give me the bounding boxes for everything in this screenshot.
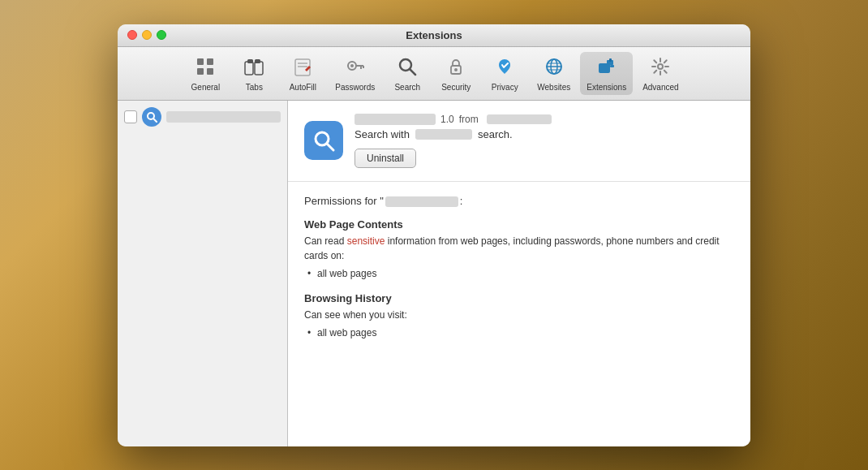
perm-browsing-item: all web pages <box>304 327 734 338</box>
autofill-icon <box>291 55 314 81</box>
extension-icon <box>304 121 343 160</box>
svg-rect-4 <box>245 62 253 75</box>
sidebar-extension-item[interactable] <box>124 107 281 127</box>
perm-browsing-desc: Can see when you visit: <box>304 308 734 322</box>
extension-from-bar <box>487 114 552 124</box>
toolbar-tabs[interactable]: Tabs <box>231 52 277 95</box>
svg-rect-0 <box>197 58 204 65</box>
privacy-label: Privacy <box>492 83 518 92</box>
toolbar-search[interactable]: Search <box>385 52 430 95</box>
websites-icon <box>543 55 565 81</box>
tabs-icon <box>243 55 265 81</box>
extensions-label: Extensions <box>587 83 626 92</box>
perm-desc-start: Can read <box>304 235 347 247</box>
advanced-label: Advanced <box>642 83 678 92</box>
minimize-button[interactable] <box>142 30 152 40</box>
search-suffix: search. <box>478 128 513 140</box>
perm-group-browsing-history: Browsing History Can see when you visit:… <box>304 292 734 338</box>
extension-header: 1.0 from Search with search. Uninstall <box>288 101 750 182</box>
privacy-icon <box>493 55 516 81</box>
perm-browsing-title: Browsing History <box>304 292 734 304</box>
svg-point-19 <box>454 68 458 71</box>
toolbar-advanced[interactable]: Advanced <box>636 52 685 95</box>
extension-name-row: 1.0 from <box>355 114 734 125</box>
toolbar-security[interactable]: Security <box>433 52 479 95</box>
extension-info: 1.0 from Search with search. Uninstall <box>355 114 734 168</box>
permissions-title: Permissions for ": <box>304 195 734 207</box>
svg-rect-28 <box>610 65 614 67</box>
svg-point-29 <box>658 64 663 69</box>
main-content: 1.0 from Search with search. Uninstall P… <box>118 101 750 446</box>
toolbar-websites[interactable]: Websites <box>531 52 577 95</box>
tabs-label: Tabs <box>246 83 263 92</box>
extension-search-icon <box>142 107 161 127</box>
svg-line-33 <box>327 144 333 150</box>
security-icon <box>445 55 467 81</box>
svg-point-12 <box>350 64 354 67</box>
svg-rect-27 <box>609 58 612 62</box>
toolbar: General Tabs <box>118 47 750 101</box>
toolbar-extensions[interactable]: Extensions <box>580 52 633 95</box>
passwords-label: Passwords <box>335 83 375 92</box>
svg-rect-6 <box>247 59 253 63</box>
perm-web-contents-title: Web Page Contents <box>304 218 734 231</box>
uninstall-button[interactable]: Uninstall <box>355 149 416 168</box>
security-label: Security <box>441 83 471 92</box>
permissions-section: Permissions for ": Web Page Contents Can… <box>288 182 750 446</box>
extensions-icon <box>595 55 618 81</box>
svg-rect-5 <box>255 62 263 75</box>
toolbar-general[interactable]: General <box>183 52 228 95</box>
svg-line-17 <box>410 69 415 75</box>
passwords-icon <box>344 55 367 81</box>
maximize-button[interactable] <box>157 30 166 40</box>
svg-rect-7 <box>255 59 260 63</box>
perm-group-web-contents: Web Page Contents Can read sensitive inf… <box>304 218 734 279</box>
svg-rect-2 <box>197 68 204 75</box>
general-icon <box>194 55 217 81</box>
main-window: Extensions General <box>118 24 750 446</box>
window-title: Extensions <box>406 29 462 41</box>
extension-version: 1.0 <box>440 114 454 125</box>
perm-web-contents-item: all web pages <box>304 268 734 279</box>
advanced-icon <box>649 55 672 81</box>
perm-desc-sensitive: sensitive <box>347 235 385 247</box>
extension-checkbox[interactable] <box>124 110 137 123</box>
sidebar <box>118 101 288 446</box>
extension-search-name-bar <box>415 129 472 140</box>
autofill-label: AutoFill <box>290 83 316 92</box>
search-icon <box>396 55 419 81</box>
perm-web-contents-desc: Can read sensitive information from web … <box>304 234 734 263</box>
toolbar-privacy[interactable]: Privacy <box>482 52 527 95</box>
close-button[interactable] <box>127 30 137 40</box>
permissions-prefix: Permissions for " <box>304 195 384 207</box>
extension-from: from <box>459 114 479 125</box>
permissions-suffix: : <box>460 195 463 207</box>
toolbar-autofill[interactable]: AutoFill <box>280 52 325 95</box>
titlebar: Extensions <box>118 24 750 47</box>
svg-rect-1 <box>207 58 213 65</box>
svg-rect-3 <box>207 68 213 75</box>
extension-name-bar <box>355 114 436 125</box>
general-label: General <box>191 83 221 92</box>
extension-search-row: Search with search. <box>355 128 734 140</box>
toolbar-passwords[interactable]: Passwords <box>329 52 381 95</box>
detail-panel: 1.0 from Search with search. Uninstall P… <box>288 101 750 446</box>
websites-label: Websites <box>537 83 570 92</box>
traffic-lights <box>127 30 166 40</box>
extension-name-blurred <box>166 111 281 123</box>
search-label: Search <box>394 83 420 92</box>
permissions-name-bar <box>385 196 458 207</box>
svg-line-31 <box>153 119 157 122</box>
search-with-label: Search with <box>355 128 410 140</box>
